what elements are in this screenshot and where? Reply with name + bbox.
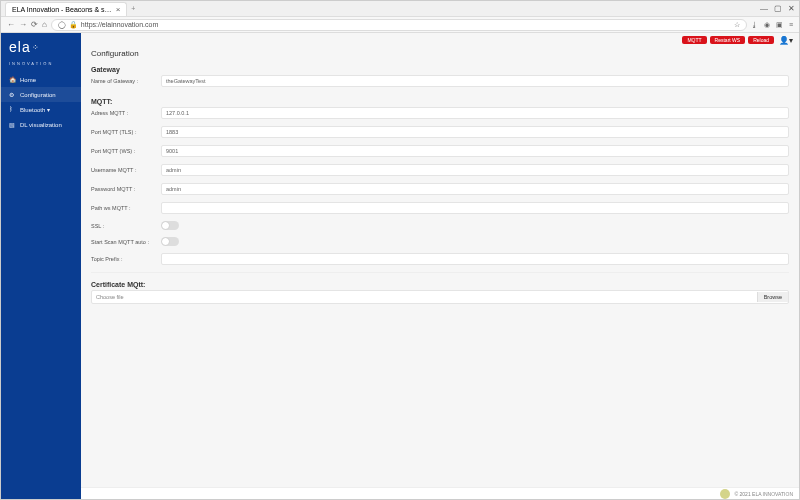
url-field[interactable]: ◯ 🔒 https://elainnovation.com ☆: [51, 19, 747, 31]
sidebar-item-label: Home: [20, 77, 36, 83]
window-maximize-icon[interactable]: ▢: [774, 4, 782, 13]
chart-icon: ▧: [9, 121, 16, 128]
mqtt-pathws-input[interactable]: [161, 202, 789, 214]
bluetooth-icon: ᛒ: [9, 106, 16, 113]
nav-home-icon[interactable]: ⌂: [42, 20, 47, 29]
address-bar: ← → ⟳ ⌂ ◯ 🔒 https://elainnovation.com ☆ …: [1, 17, 799, 33]
sidebar-item-dl-visualization[interactable]: ▧ DL visualization: [1, 117, 81, 132]
section-gateway: Gateway: [91, 62, 789, 75]
account-icon[interactable]: ◉: [764, 21, 770, 29]
copyright: © 2021 ELA INNOVATION: [734, 491, 793, 497]
top-button-reload[interactable]: Reload: [748, 36, 774, 44]
page-title: Configuration: [81, 47, 799, 62]
nav-forward-icon[interactable]: →: [19, 20, 27, 29]
label: Adress MQTT :: [91, 110, 161, 116]
file-placeholder: Choose file: [92, 294, 757, 300]
browse-button[interactable]: Browse: [757, 292, 788, 302]
sidebar: ela⁘ INNOVATION 🏠 Home ⚙ Configuration ᛒ…: [1, 33, 81, 499]
certificate-file-input[interactable]: Choose file Browse: [91, 290, 789, 304]
app: ela⁘ INNOVATION 🏠 Home ⚙ Configuration ᛒ…: [1, 33, 799, 499]
home-icon: 🏠: [9, 76, 16, 83]
new-tab-icon[interactable]: +: [131, 5, 135, 12]
logo-text: ela: [9, 39, 31, 55]
row-gateway-name: Name of Gateway :: [91, 75, 789, 87]
section-certificate: Certificate MQtt:: [91, 277, 789, 290]
mqtt-port-ws-input[interactable]: [161, 145, 789, 157]
menu-icon[interactable]: ≡: [789, 21, 793, 29]
main: MQTT Restart WS Reload 👤▾ Configuration …: [81, 33, 799, 499]
nav-back-icon[interactable]: ←: [7, 20, 15, 29]
mqtt-password-input[interactable]: [161, 183, 789, 195]
sidebar-item-configuration[interactable]: ⚙ Configuration: [1, 87, 81, 102]
gateway-name-input[interactable]: [161, 75, 789, 87]
topbar: MQTT Restart WS Reload 👤▾: [81, 33, 799, 47]
nav-reload-icon[interactable]: ⟳: [31, 20, 38, 29]
toolbar-right: ⭳ ◉ ▣ ≡: [751, 21, 793, 29]
separator: [91, 272, 789, 273]
section-mqtt: MQTT:: [91, 94, 789, 107]
bookmark-icon[interactable]: ☆: [734, 21, 740, 29]
logo-subtext: INNOVATION: [1, 61, 81, 72]
mqtt-username-input[interactable]: [161, 164, 789, 176]
sidebar-item-label: Configuration: [20, 92, 56, 98]
ext-icon[interactable]: ▣: [776, 21, 783, 29]
url-text: https://elainnovation.com: [81, 21, 158, 28]
logo-icon: ⁘: [32, 43, 40, 52]
label: Start Scan MQTT auto :: [91, 239, 161, 245]
label: Password MQTT :: [91, 186, 161, 192]
label: Port MQTT (TLS) :: [91, 129, 161, 135]
autoscan-toggle[interactable]: [161, 237, 179, 246]
ssl-toggle[interactable]: [161, 221, 179, 230]
window-minimize-icon[interactable]: —: [760, 4, 768, 13]
titlebar: ELA Innovation - Beacons & s… × + — ▢ ✕: [1, 1, 799, 17]
shield-icon: ◯: [58, 21, 66, 29]
browser-tab[interactable]: ELA Innovation - Beacons & s… ×: [5, 2, 127, 16]
user-icon[interactable]: 👤▾: [779, 36, 793, 45]
footer: © 2021 ELA INNOVATION: [81, 487, 799, 499]
sidebar-item-label: Bluetooth ▾: [20, 106, 50, 113]
lock-icon: 🔒: [69, 21, 78, 29]
status-badge-icon: [720, 489, 730, 499]
browser-window: ELA Innovation - Beacons & s… × + — ▢ ✕ …: [0, 0, 800, 500]
label: Topic Prefix :: [91, 256, 161, 262]
label: Port MQTT (WS) :: [91, 148, 161, 154]
label: SSL :: [91, 223, 161, 229]
sidebar-item-home[interactable]: 🏠 Home: [1, 72, 81, 87]
download-icon[interactable]: ⭳: [751, 21, 758, 29]
top-button-mqtt[interactable]: MQTT: [682, 36, 706, 44]
label: Username MQTT :: [91, 167, 161, 173]
gear-icon: ⚙: [9, 91, 16, 98]
tab-title: ELA Innovation - Beacons & s…: [12, 6, 112, 13]
window-close-icon[interactable]: ✕: [788, 4, 795, 13]
mqtt-topic-prefix-input[interactable]: [161, 253, 789, 265]
sidebar-item-label: DL visualization: [20, 122, 62, 128]
mqtt-address-input[interactable]: [161, 107, 789, 119]
mqtt-port-tls-input[interactable]: [161, 126, 789, 138]
label: Path ws MQTT :: [91, 205, 161, 211]
sidebar-item-bluetooth[interactable]: ᛒ Bluetooth ▾: [1, 102, 81, 117]
content: Gateway Name of Gateway : MQTT: Adress M…: [81, 62, 799, 487]
tab-close-icon[interactable]: ×: [116, 5, 121, 14]
window-controls: — ▢ ✕: [760, 4, 795, 13]
label: Name of Gateway :: [91, 78, 161, 84]
top-button-restart-ws[interactable]: Restart WS: [710, 36, 746, 44]
logo: ela⁘: [1, 37, 81, 63]
